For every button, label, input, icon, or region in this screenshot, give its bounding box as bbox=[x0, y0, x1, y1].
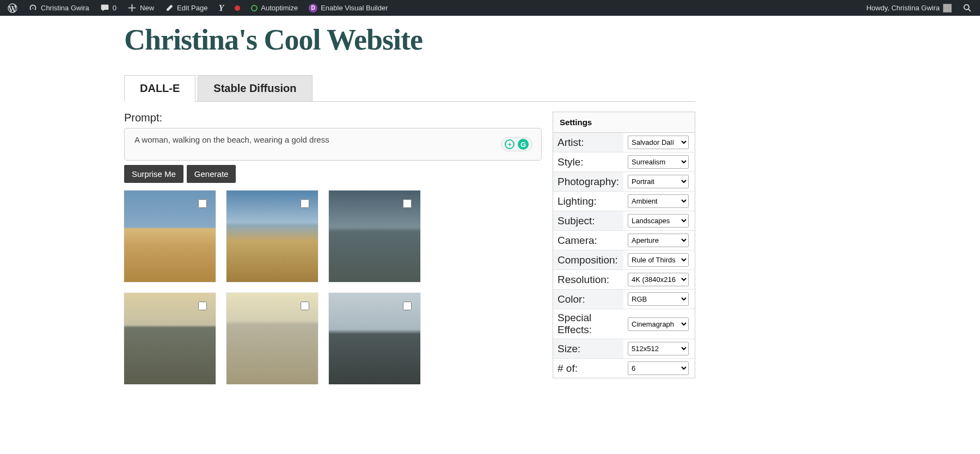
settings-row: Style:Surrealism bbox=[553, 152, 695, 172]
settings-label: Photography: bbox=[553, 172, 623, 192]
wp-admin-bar: Christina Gwira 0 New Edit Page Y bbox=[0, 0, 980, 16]
site-name-text: Christina Gwira bbox=[41, 4, 89, 12]
result-image-3[interactable] bbox=[329, 191, 420, 282]
select-image-checkbox[interactable] bbox=[403, 302, 412, 310]
select-image-checkbox[interactable] bbox=[198, 199, 207, 208]
result-image-5[interactable] bbox=[226, 293, 318, 384]
search-item[interactable] bbox=[957, 0, 978, 16]
surprise-me-button[interactable]: Surprise Me bbox=[124, 165, 183, 183]
settings-panel: Settings Artist:Salvador DalíStyle:Surre… bbox=[553, 112, 695, 378]
autoptimize-item[interactable]: Autoptimize bbox=[246, 0, 303, 16]
edit-page-item[interactable]: Edit Page bbox=[160, 0, 213, 16]
settings-label: Special Effects: bbox=[553, 309, 623, 339]
suggest-icon[interactable]: ✦ bbox=[505, 139, 514, 149]
prompt-input[interactable]: A woman, walking on the beach, wearing a… bbox=[124, 128, 542, 161]
yoast-item[interactable]: Y bbox=[213, 0, 229, 16]
settings-label: Color: bbox=[553, 290, 623, 309]
settings-select-style[interactable]: Surrealism bbox=[628, 155, 689, 169]
new-item[interactable]: New bbox=[122, 0, 160, 16]
settings-header: Settings bbox=[553, 112, 695, 133]
settings-label: Composition: bbox=[553, 250, 623, 270]
howdy-text: Howdy, Christina Gwira bbox=[866, 4, 940, 12]
settings-row: Size:512x512 bbox=[553, 339, 695, 359]
prompt-text: A woman, walking on the beach, wearing a… bbox=[134, 135, 329, 144]
autoptimize-icon bbox=[251, 5, 258, 11]
grammarly-icon[interactable]: G bbox=[518, 139, 529, 150]
settings-select-color[interactable]: RGB bbox=[628, 292, 689, 306]
comments-item[interactable]: 0 bbox=[95, 0, 122, 16]
settings-label: Resolution: bbox=[553, 270, 623, 290]
settings-select-subject[interactable]: Landscapes bbox=[628, 214, 689, 228]
settings-label: Subject: bbox=[553, 211, 623, 231]
autoptimize-text: Autoptimize bbox=[261, 4, 298, 12]
result-image-1[interactable] bbox=[124, 191, 216, 282]
wordpress-icon bbox=[8, 3, 17, 13]
comments-count: 0 bbox=[113, 4, 117, 12]
tab-dall-e[interactable]: DALL-E bbox=[124, 75, 195, 102]
settings-table: Artist:Salvador DalíStyle:SurrealismPhot… bbox=[553, 133, 695, 378]
image-results-grid bbox=[124, 191, 542, 384]
comment-icon bbox=[100, 3, 109, 13]
howdy-item[interactable]: Howdy, Christina Gwira bbox=[861, 0, 957, 16]
settings-row: Color:RGB bbox=[553, 290, 695, 309]
settings-row: Artist:Salvador Dalí bbox=[553, 133, 695, 152]
plus-icon bbox=[127, 3, 137, 13]
settings-select-camera[interactable]: Aperture bbox=[628, 234, 689, 247]
settings-select-lighting[interactable]: Ambient bbox=[628, 194, 689, 208]
select-image-checkbox[interactable] bbox=[301, 199, 309, 208]
settings-row: Photography:Portrait bbox=[553, 172, 695, 192]
select-image-checkbox[interactable] bbox=[198, 302, 207, 310]
settings-select--of[interactable]: 6 bbox=[628, 361, 689, 375]
settings-row: Lighting:Ambient bbox=[553, 192, 695, 211]
settings-row: Camera:Aperture bbox=[553, 231, 695, 250]
settings-row: Special Effects:Cinemagraph bbox=[553, 309, 695, 339]
avatar-icon bbox=[943, 4, 952, 13]
select-image-checkbox[interactable] bbox=[301, 302, 309, 310]
settings-select-photography[interactable]: Portrait bbox=[628, 175, 689, 188]
settings-row: # of:6 bbox=[553, 359, 695, 378]
site-title: Christina's Cool Website bbox=[124, 24, 695, 56]
settings-select-special-effects[interactable]: Cinemagraph bbox=[628, 317, 689, 331]
settings-row: Subject:Landscapes bbox=[553, 211, 695, 231]
result-image-4[interactable] bbox=[124, 293, 216, 384]
wp-logo[interactable] bbox=[2, 0, 23, 16]
record-icon bbox=[235, 5, 240, 11]
settings-select-artist[interactable]: Salvador Dalí bbox=[628, 136, 689, 149]
new-text: New bbox=[140, 4, 154, 12]
pencil-icon bbox=[165, 4, 174, 13]
tab-stable-diffusion[interactable]: Stable Diffusion bbox=[198, 75, 312, 102]
settings-select-size[interactable]: 512x512 bbox=[628, 342, 689, 355]
record-item[interactable] bbox=[229, 0, 246, 16]
result-image-2[interactable] bbox=[226, 191, 318, 282]
edit-page-text: Edit Page bbox=[177, 4, 207, 12]
search-icon bbox=[963, 3, 972, 13]
settings-select-composition[interactable]: Rule of Thirds bbox=[628, 253, 689, 267]
settings-row: Composition:Rule of Thirds bbox=[553, 250, 695, 270]
site-name-item[interactable]: Christina Gwira bbox=[23, 0, 95, 16]
settings-label: # of: bbox=[553, 359, 623, 378]
settings-label: Camera: bbox=[553, 231, 623, 250]
settings-row: Resolution:4K (3840x216 bbox=[553, 270, 695, 290]
visual-builder-text: Enable Visual Builder bbox=[321, 4, 388, 12]
tabs: DALL-EStable Diffusion bbox=[124, 75, 695, 102]
divi-item[interactable]: D Enable Visual Builder bbox=[303, 0, 393, 16]
settings-label: Artist: bbox=[553, 133, 623, 152]
settings-label: Style: bbox=[553, 152, 623, 172]
generate-button[interactable]: Generate bbox=[187, 165, 236, 183]
dashboard-icon bbox=[28, 3, 38, 13]
divi-icon: D bbox=[309, 4, 317, 13]
settings-label: Size: bbox=[553, 339, 623, 359]
settings-label: Lighting: bbox=[553, 192, 623, 211]
select-image-checkbox[interactable] bbox=[403, 199, 412, 208]
settings-select-resolution[interactable]: 4K (3840x216 bbox=[628, 273, 689, 286]
result-image-6[interactable] bbox=[329, 293, 420, 384]
prompt-label: Prompt: bbox=[124, 112, 542, 124]
yoast-icon: Y bbox=[218, 3, 224, 13]
